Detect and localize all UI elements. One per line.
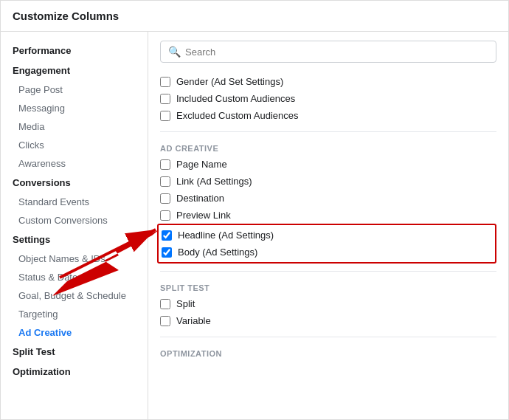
checkboxes-area: Gender (Ad Set Settings)Included Custom … <box>160 73 496 361</box>
sidebar-item-page-post[interactable]: Page Post <box>1 80 148 99</box>
checkbox[interactable] <box>160 111 170 121</box>
sidebar-item-standard-events[interactable]: Standard Events <box>1 193 148 211</box>
checkbox-item: Destination <box>160 190 496 207</box>
checkbox[interactable] <box>160 316 170 326</box>
section-divider <box>160 337 496 337</box>
search-input[interactable] <box>185 47 488 58</box>
section-divider <box>160 271 496 272</box>
sidebar-item-clicks[interactable]: Clicks <box>1 136 148 154</box>
checkbox-item: Link (Ad Settings) <box>160 173 496 190</box>
sidebar-item-ad-creative[interactable]: Ad Creative <box>1 323 148 342</box>
checkbox[interactable] <box>160 299 170 309</box>
sidebar-item-custom-conversions[interactable]: Custom Conversions <box>1 211 148 230</box>
checkbox[interactable] <box>160 176 170 187</box>
checkbox-item: Preview Link <box>160 207 496 224</box>
checkbox[interactable] <box>160 193 170 204</box>
checkbox-label: Variable <box>176 315 211 326</box>
search-icon: 🔍 <box>168 46 181 58</box>
checkbox-item: Body (Ad Settings) <box>162 244 492 261</box>
section-label-split-test: SPLIT TEST <box>160 279 496 295</box>
sidebar-item-object-names-&-ids[interactable]: Object Names & IDs <box>1 249 148 268</box>
checkbox-label: Destination <box>176 193 224 204</box>
sidebar-item-media[interactable]: Media <box>1 117 148 136</box>
sidebar-section-optimization[interactable]: Optimization <box>1 362 148 382</box>
sidebar-item-targeting[interactable]: Targeting <box>1 305 148 323</box>
checkbox-label: Page Name <box>176 159 227 170</box>
checkbox-item: Included Custom Audiences <box>160 90 496 107</box>
checkbox-item: Page Name <box>160 156 496 173</box>
dialog-title: Customize Columns <box>13 10 119 22</box>
sidebar-item-status-&-dates[interactable]: Status & Dates <box>1 268 148 286</box>
highlight-box: Headline (Ad Settings)Body (Ad Settings) <box>157 224 496 264</box>
checkbox-item: Split <box>160 295 496 312</box>
dialog-body: PerformanceEngagementPage PostMessagingM… <box>1 32 508 419</box>
sidebar: PerformanceEngagementPage PostMessagingM… <box>1 32 148 419</box>
checkbox-label: Body (Ad Settings) <box>178 247 257 258</box>
checkbox[interactable] <box>160 210 170 221</box>
checkbox-item: Variable <box>160 312 496 329</box>
dialog-header: Customize Columns <box>1 1 508 32</box>
sidebar-section-engagement[interactable]: Engagement <box>1 61 148 80</box>
checkbox-item: Headline (Ad Settings) <box>162 227 492 244</box>
section-divider <box>160 131 496 132</box>
sidebar-item-goal,-budget-&-schedule[interactable]: Goal, Budget & Schedule <box>1 286 148 305</box>
checkbox-label: Gender (Ad Set Settings) <box>176 76 283 87</box>
checkbox[interactable] <box>162 247 172 258</box>
checkbox-label: Included Custom Audiences <box>176 93 295 104</box>
checkbox-label: Split <box>176 298 195 309</box>
content-area: 🔍 Gender (Ad Set Settings)Included Custo… <box>148 32 508 419</box>
checkbox[interactable] <box>160 77 170 87</box>
checkbox[interactable] <box>160 159 170 170</box>
sidebar-item-awareness[interactable]: Awareness <box>1 154 148 173</box>
section-label-ad-creative: AD CREATIVE <box>160 140 496 156</box>
customize-columns-dialog: Customize Columns PerformanceEngagementP… <box>0 0 509 420</box>
sidebar-section-settings[interactable]: Settings <box>1 230 148 249</box>
search-box[interactable]: 🔍 <box>160 41 496 63</box>
checkbox-label: Preview Link <box>176 210 231 221</box>
section-label-optimization: OPTIMIZATION <box>160 345 496 361</box>
checkbox-item: Gender (Ad Set Settings) <box>160 73 496 90</box>
sidebar-section-split-test[interactable]: Split Test <box>1 342 148 362</box>
checkbox[interactable] <box>160 94 170 104</box>
checkbox-label: Link (Ad Settings) <box>176 176 252 187</box>
checkbox-label: Excluded Custom Audiences <box>176 110 298 121</box>
checkbox[interactable] <box>162 230 172 241</box>
sidebar-item-messaging[interactable]: Messaging <box>1 99 148 117</box>
sidebar-section-performance[interactable]: Performance <box>1 41 148 61</box>
sidebar-section-conversions[interactable]: Conversions <box>1 173 148 193</box>
checkbox-item: Excluded Custom Audiences <box>160 107 496 124</box>
checkbox-label: Headline (Ad Settings) <box>178 230 274 241</box>
